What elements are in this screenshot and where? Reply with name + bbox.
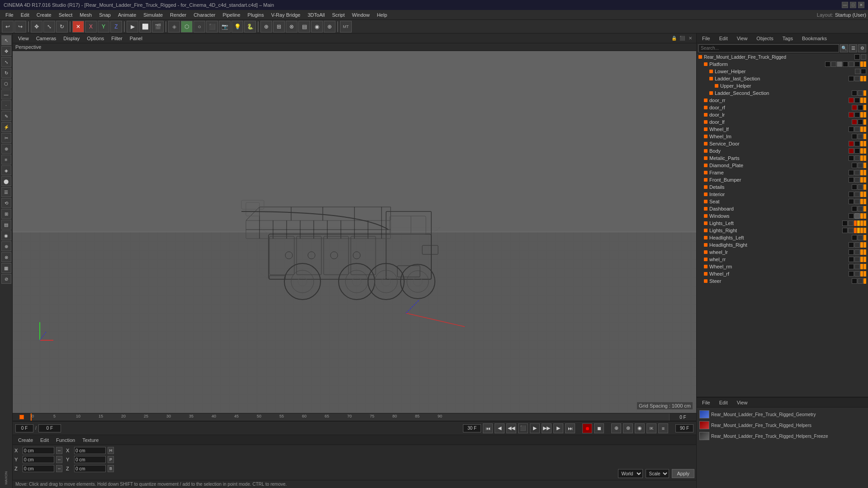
key-all-btn[interactable]: ◉ (635, 423, 645, 433)
floor-tool[interactable]: ▤ (298, 21, 310, 33)
rotate-tool[interactable]: ↻ (56, 21, 68, 33)
menu-mesh[interactable]: Mesh (76, 11, 95, 19)
select-all[interactable]: ✕ (72, 21, 84, 33)
sculpt-layer[interactable]: ▦ (1, 263, 11, 273)
vp-display-menu[interactable]: Display (61, 35, 82, 42)
snap-tool[interactable]: ⊕ (260, 21, 272, 33)
z-pos-btn[interactable]: ↔ (56, 465, 62, 472)
deform-tool[interactable]: ⬛ (206, 21, 218, 33)
btab-function[interactable]: Function (52, 436, 79, 444)
timeline-ruler[interactable]: 0 5 10 15 20 25 30 35 40 45 50 55 60 65 … (13, 413, 696, 421)
menu-pipeline[interactable]: Pipeline (219, 11, 244, 19)
obj-item-root[interactable]: Rear_Mount_Ladder_Fire_Truck_Rigged (697, 53, 868, 61)
3d-viewport[interactable]: Grid Spacing : 1000 cm (13, 51, 696, 413)
mat-item-helpers[interactable]: Rear_Mount_Ladder_Fire_Truck_Rigged_Help… (698, 420, 866, 430)
obj-item-door-lr[interactable]: door_lr (697, 111, 868, 118)
menu-file[interactable]: File (2, 11, 17, 19)
y-pos-btn[interactable]: ↔ (56, 456, 62, 463)
btab-create[interactable]: Create (14, 436, 37, 444)
obj-item-whel-rr[interactable]: whel_rr (697, 256, 868, 263)
obj-tab-edit[interactable]: Edit (716, 35, 731, 42)
point-tool[interactable]: · (1, 100, 11, 110)
new-obj[interactable]: ⬡ (181, 21, 193, 33)
move-tool-btn[interactable]: ✥ (1, 46, 11, 56)
render-region[interactable]: ⬜ (139, 21, 151, 33)
obj-item-ladder-last[interactable]: Ladder_last_Section (697, 75, 868, 82)
vp-icon-close[interactable]: ✕ (687, 35, 693, 42)
light-tool[interactable]: 💡 (231, 21, 243, 33)
current-frame-input[interactable] (38, 424, 61, 432)
vp-icon-maximize[interactable]: ⬛ (679, 35, 685, 42)
obj-filter-btn[interactable]: ☰ (849, 44, 857, 52)
start-frame-input[interactable] (15, 424, 33, 432)
weight-tool[interactable]: ☰ (1, 187, 11, 197)
obj-item-wheel-lf[interactable]: Wheel_lf (697, 126, 868, 133)
menu-create[interactable]: Create (33, 11, 55, 19)
menu-character[interactable]: Character (190, 11, 219, 19)
sculpt-flatten[interactable]: ⊕ (1, 241, 11, 251)
magnet-tool[interactable]: ⚡ (1, 122, 11, 132)
close-button[interactable]: ✕ (858, 2, 864, 8)
world-dropdown[interactable]: World Object (618, 469, 643, 478)
next-frame-btn[interactable]: ▶ (553, 423, 563, 433)
spline-tool[interactable]: ○ (193, 21, 205, 33)
python-tool[interactable]: 🐍 (244, 21, 256, 33)
sy-btn[interactable]: P (108, 456, 114, 463)
obj-tab-tags[interactable]: Tags (779, 35, 797, 42)
timeline-track[interactable]: 0 5 10 15 20 25 30 35 40 45 50 55 60 65 … (31, 413, 669, 421)
obj-item-lights-left[interactable]: Lights_Left (697, 220, 868, 227)
joints-tool[interactable]: ◈ (1, 165, 11, 175)
next-key-btn[interactable]: ⏭ (565, 423, 575, 433)
prev-key-btn[interactable]: ⏮ (483, 423, 493, 433)
obj-item-dashboard[interactable]: Dashboard (697, 205, 868, 212)
null-obj[interactable]: ◈ (168, 21, 180, 33)
obj-item-ladder-second[interactable]: Ladder_Second_Section (697, 89, 868, 97)
obj-item-wheel-lr[interactable]: wheel_lr (697, 249, 868, 256)
sz-btn[interactable]: B (108, 465, 114, 472)
obj-item-metalic-parts[interactable]: Metalic_Parts (697, 155, 868, 162)
vp-icon-lock[interactable]: 🔒 (671, 35, 677, 42)
obj-item-door-lf[interactable]: door_lf (697, 118, 868, 126)
xyz-x[interactable]: X (85, 21, 97, 33)
mat-tab-view[interactable]: View (733, 399, 751, 406)
obj-tab-objects[interactable]: Objects (753, 35, 777, 42)
sky-tool[interactable]: ◉ (311, 21, 323, 33)
vp-panel-menu[interactable]: Panel (127, 35, 145, 42)
motion-key-btn[interactable]: ⊕ (611, 423, 621, 433)
menu-vray[interactable]: V-Ray Bridge (268, 11, 304, 19)
obj-item-steer[interactable]: Steer (697, 277, 868, 285)
extrude-tool[interactable]: ⊕ (1, 144, 11, 154)
fog-tool[interactable]: ⊕ (324, 21, 335, 33)
sculpt-erase[interactable]: ⊘ (1, 274, 11, 284)
menu-help[interactable]: Help (373, 11, 391, 19)
sculpt-inflate[interactable]: ⊞ (1, 209, 11, 219)
menu-select[interactable]: Select (55, 11, 76, 19)
obj-tab-view[interactable]: View (733, 35, 751, 42)
menu-plugins[interactable]: Plugins (244, 11, 268, 19)
menu-3dtoall[interactable]: 3DToAll (304, 11, 328, 19)
obj-item-seat[interactable]: Seat (697, 198, 868, 205)
obj-item-interior[interactable]: Interior (697, 191, 868, 198)
y-position-input[interactable] (23, 456, 54, 463)
menu-edit[interactable]: Edit (17, 11, 33, 19)
key-cycle-btn[interactable]: IK (646, 423, 656, 433)
maximize-button[interactable]: □ (850, 2, 856, 8)
paint-tool[interactable]: ✎ (1, 111, 11, 121)
apply-button[interactable]: Apply (672, 469, 694, 478)
obj-item-headlights-left[interactable]: Headlights_Left (697, 234, 868, 241)
more-btn[interactable]: ≡ (658, 423, 668, 433)
end-frame-input[interactable] (675, 424, 693, 432)
sculpt-grab[interactable]: ◉ (1, 230, 11, 240)
menu-animate[interactable]: Animate (114, 11, 140, 19)
grid-tool[interactable]: ⊞ (273, 21, 285, 33)
stop-btn[interactable]: ⬛ (518, 423, 528, 433)
bake-tool[interactable]: ⟲ (1, 198, 11, 208)
vp-view-menu[interactable]: View (15, 35, 32, 42)
mat-item-geometry[interactable]: Rear_Mount_Ladder_Fire_Truck_Rigged_Geom… (698, 409, 866, 419)
vp-options-menu[interactable]: Options (84, 35, 107, 42)
obj-settings-btn[interactable]: ⚙ (858, 44, 866, 52)
scale-tool[interactable]: ⤡ (43, 21, 55, 33)
obj-item-wheel-rm[interactable]: Wheel_rm (697, 263, 868, 270)
menu-render[interactable]: Render (166, 11, 190, 19)
menu-snap[interactable]: Snap (95, 11, 114, 19)
